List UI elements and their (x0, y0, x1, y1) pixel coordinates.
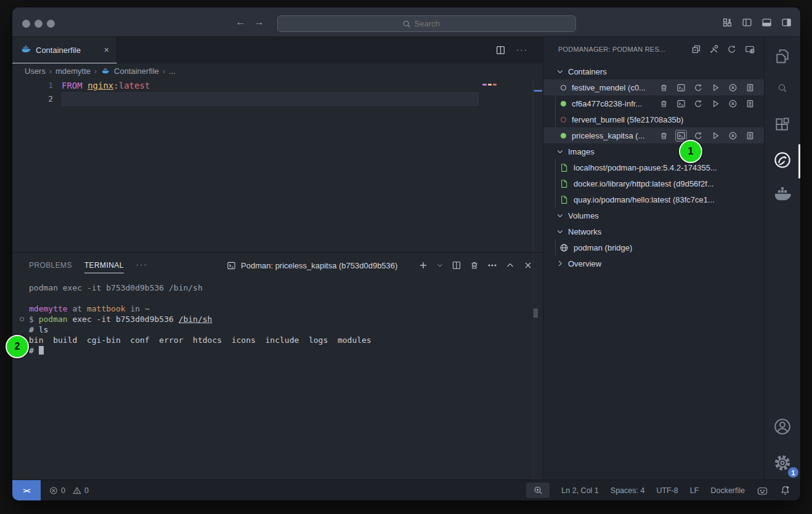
activitybar-extensions-icon[interactable] (770, 112, 795, 137)
trash-icon[interactable] (659, 83, 668, 92)
trash-icon[interactable] (469, 260, 479, 270)
breadcrumb-item[interactable]: Containerfile (100, 66, 159, 76)
restart-icon[interactable] (694, 131, 703, 140)
logs-icon[interactable] (745, 83, 755, 92)
tools-icon[interactable] (709, 44, 719, 54)
trash-icon[interactable] (659, 99, 668, 108)
play-icon[interactable] (711, 99, 720, 108)
breadcrumb[interactable]: Users›mdemytte›Containerfile›... (12, 63, 543, 79)
new-terminal-icon[interactable] (418, 260, 428, 270)
activitybar-search-icon[interactable] (770, 76, 795, 100)
collapse-all-icon[interactable] (691, 44, 701, 54)
terminal-title-label: Podman: priceless_kapitsa (b753d0d9b536) (241, 261, 397, 270)
more-icon[interactable] (487, 260, 497, 270)
close-window-button[interactable] (22, 20, 30, 28)
chevron-down-icon (556, 67, 564, 76)
code-editor[interactable]: 1FROM nginx:latest2 (12, 79, 543, 252)
problems-status[interactable]: 0 0 (49, 486, 89, 495)
section-volumes[interactable]: Volumes (543, 207, 764, 223)
activitybar-account-icon[interactable] (770, 414, 795, 439)
logs-icon[interactable] (745, 99, 755, 108)
terminal-output[interactable]: podman exec -it b753d0d9b536 /bin/shmdem… (12, 278, 543, 480)
layout-controls (722, 7, 792, 37)
toggle-secondary-sidebar-icon[interactable] (781, 17, 792, 28)
split-terminal-icon[interactable] (452, 260, 461, 270)
image-row[interactable]: docker.io/library/httpd:latest (d9d56f2f… (543, 175, 764, 191)
statusbar-item[interactable]: Dockerfile (710, 486, 745, 495)
code-line[interactable]: 1FROM nginx:latest (12, 79, 543, 92)
remote-indicator[interactable]: >< (12, 480, 41, 501)
panel-tab-problems[interactable]: PROBLEMS (29, 253, 72, 278)
panel-more-tabs-icon[interactable]: ··· (136, 260, 148, 269)
stop-icon[interactable] (728, 99, 737, 108)
statusbar-item[interactable]: Spaces: 4 (611, 486, 645, 495)
breadcrumb-item[interactable]: Users (25, 66, 46, 76)
section-containers[interactable]: Containers (543, 63, 764, 79)
stop-icon[interactable] (728, 83, 737, 92)
minimize-window-button[interactable] (35, 20, 43, 28)
maximize-panel-icon[interactable] (505, 260, 515, 270)
bell-icon[interactable] (780, 485, 790, 496)
container-name: cf6a477c8238-infr... (572, 99, 642, 108)
image-row[interactable]: localhost/podman-pause:5.4.2-174355... (543, 159, 764, 175)
statusbar-item[interactable]: UTF-8 (656, 486, 678, 495)
search-input[interactable] (415, 19, 452, 28)
section-overview[interactable]: Overview (543, 255, 764, 271)
terminal-icon (227, 261, 236, 270)
zoom-indicator[interactable] (526, 483, 550, 498)
terminal-icon[interactable] (676, 131, 686, 140)
annotation-marker-1: 1 (679, 140, 702, 163)
breadcrumb-item[interactable]: mdemytte (55, 66, 91, 76)
container-row[interactable]: festive_mendel (c0... (543, 79, 764, 95)
command-decoration-icon[interactable] (20, 317, 24, 321)
activitybar-podman-icon[interactable] (770, 148, 795, 172)
chevron-down-icon[interactable] (436, 262, 444, 269)
restart-icon[interactable] (694, 99, 703, 108)
container-row[interactable]: fervent_burnell (5fe21708a35b) (543, 111, 764, 127)
image-row[interactable]: quay.io/podman/hello:latest (83fc7ce1... (543, 191, 764, 207)
container-name: festive_mendel (c0... (572, 83, 646, 92)
toggle-sidebar-icon[interactable] (742, 17, 752, 28)
trash-icon[interactable] (659, 131, 668, 140)
toggle-panel-icon[interactable] (761, 17, 772, 28)
section-label: Networks (568, 227, 601, 236)
terminal-title[interactable]: Podman: priceless_kapitsa (b753d0d9b536) (227, 253, 397, 278)
statusbar-item[interactable]: LF (690, 486, 699, 495)
tab-containerfile[interactable]: Containerfile × (12, 37, 117, 63)
network-row[interactable]: podman (bridge) (543, 239, 764, 255)
container-row[interactable]: cf6a477c8238-infr... (543, 95, 764, 111)
line-number: 1 (12, 79, 53, 92)
command-center-search[interactable] (277, 15, 576, 32)
section-images[interactable]: Images (543, 143, 764, 159)
split-editor-icon[interactable] (495, 45, 506, 55)
terminal-scrollbar[interactable] (534, 308, 538, 318)
statusbar-item[interactable]: Ln 2, Col 1 (561, 486, 598, 495)
terminal-icon[interactable] (676, 99, 686, 108)
panel-tab-terminal[interactable]: TERMINAL (84, 253, 124, 278)
code-line[interactable]: 2 (12, 92, 543, 106)
refresh-icon[interactable] (727, 44, 737, 54)
section-networks[interactable]: Networks (543, 223, 764, 239)
logs-icon[interactable] (745, 131, 755, 140)
file-icon (559, 163, 569, 172)
activitybar-explorer-icon[interactable] (770, 44, 795, 68)
restart-icon[interactable] (694, 83, 703, 92)
podman-machine-icon[interactable] (757, 486, 768, 496)
play-icon[interactable] (711, 83, 720, 92)
play-icon[interactable] (711, 131, 720, 140)
section-label: Overview (568, 259, 601, 268)
activitybar-settings-gear-icon[interactable]: 1 (770, 451, 795, 475)
breadcrumb-item[interactable]: ... (169, 66, 176, 76)
forward-arrow-icon[interactable]: → (254, 16, 264, 28)
zoom-window-button[interactable] (47, 20, 55, 28)
container-row[interactable]: priceless_kapitsa (... (543, 127, 764, 143)
close-tab-icon[interactable]: × (104, 45, 109, 55)
customize-layout-icon[interactable] (722, 17, 733, 28)
terminal-icon[interactable] (676, 83, 686, 92)
editor-more-actions-icon[interactable]: ··· (516, 45, 528, 54)
back-arrow-icon[interactable]: ← (235, 16, 246, 28)
activitybar-docker-whale-icon[interactable] (770, 183, 795, 208)
stop-icon[interactable] (728, 131, 737, 140)
close-panel-icon[interactable] (523, 260, 533, 270)
run-screen-icon[interactable] (745, 44, 755, 54)
